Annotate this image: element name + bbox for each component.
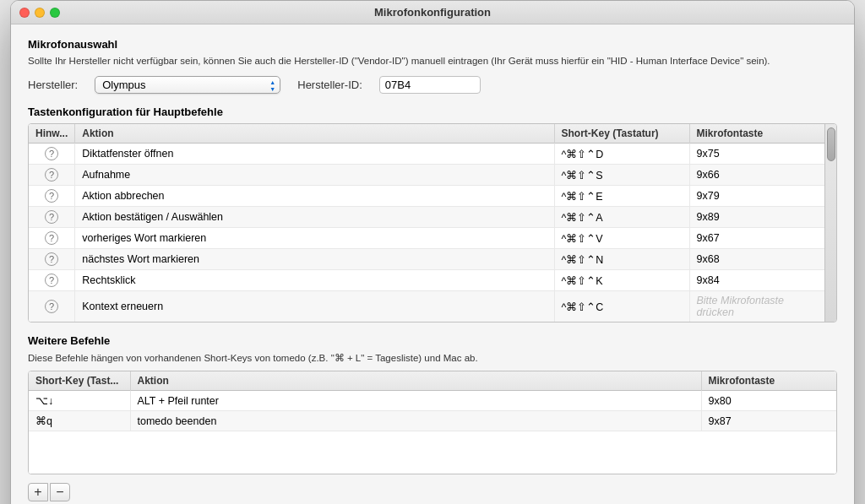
hersteller-select-wrapper: Olympus Philips Grundig [95, 76, 280, 94]
table-row: ? nächstes Wort markieren ^⌘⇧⌃N 9x68 [29, 249, 824, 270]
shortkey-cell: ^⌘⇧⌃N [554, 249, 689, 270]
aktion-cell: vorheriges Wort markieren [75, 228, 554, 249]
col-shortkey: Short-Key (Tastatur) [554, 124, 689, 144]
table-row: ? Aktion abbrechen ^⌘⇧⌃E 9x79 [29, 186, 824, 207]
hint-icon[interactable]: ? [45, 252, 58, 266]
table-row: ? vorheriges Wort markieren ^⌘⇧⌃V 9x67 [29, 228, 824, 249]
shortkey-cell: ^⌘⇧⌃S [554, 165, 689, 186]
shortkey-cell: ^⌘⇧⌃K [554, 270, 689, 291]
scrollbar-thumb[interactable] [827, 127, 835, 161]
table-row: ? Aufnahme ^⌘⇧⌃S 9x66 [29, 165, 824, 186]
table-row: ⌥↓ ALT + Pfeil runter 9x80 [29, 391, 836, 411]
shortkey-tast-cell: ⌥↓ [29, 391, 130, 411]
hersteller-label: Hersteller: [28, 79, 78, 91]
add-remove-buttons: + − [28, 483, 837, 501]
further-table: Short-Key (Tast... Aktion Mikrofontaste … [29, 371, 836, 474]
add-button[interactable]: + [28, 483, 48, 501]
microphone-description: Sollte Ihr Hersteller nicht verfügbar se… [28, 54, 837, 68]
aktion-cell: Rechtsklick [75, 270, 554, 291]
col-shortkey-tast: Short-Key (Tast... [29, 371, 130, 391]
shortkey-cell: ^⌘⇧⌃V [554, 228, 689, 249]
aktion-cell: Aktion abbrechen [75, 186, 554, 207]
shortkey-cell: ^⌘⇧⌃A [554, 207, 689, 228]
aktion-cell: nächstes Wort markieren [75, 249, 554, 270]
further-description: Diese Befehle hängen von vorhandenen Sho… [28, 352, 837, 364]
col-aktion: Aktion [75, 124, 554, 144]
table-row: ? Rechtsklick ^⌘⇧⌃K 9x84 [29, 270, 824, 291]
titlebar: Mikrofonkonfiguration [11, 1, 854, 24]
mikro-placeholder: Bitte Mikrofontaste drücken [697, 295, 785, 318]
mikro-cell: 9x84 [689, 270, 824, 291]
main-table-title: Tastenkonfiguration für Hauptbefehle [28, 106, 837, 118]
mikro-cell: 9x89 [689, 207, 824, 228]
main-window: Mikrofonkonfiguration Mikrofonauswahl So… [10, 0, 855, 504]
mikro-cell: Bitte Mikrofontaste drücken [689, 291, 824, 322]
shortkey-cell: ^⌘⇧⌃E [554, 186, 689, 207]
mikro-cell: 9x68 [689, 249, 824, 270]
col-hint: Hinw... [29, 124, 75, 144]
main-table: Hinw... Aktion Short-Key (Tastatur) Mikr… [29, 124, 824, 322]
shortkey-cell: ^⌘⇧⌃C [554, 291, 689, 322]
table-row: ⌘q tomedo beenden 9x87 [29, 411, 836, 431]
content-area: Mikrofonauswahl Sollte Ihr Hersteller ni… [11, 24, 854, 504]
scrollbar[interactable] [824, 124, 836, 322]
mikro-cell: 9x75 [689, 144, 824, 165]
mikro2-cell: 9x87 [701, 411, 836, 431]
further-section-title: Weitere Befehle [28, 334, 837, 347]
table-row: ? Diktatfenster öffnen ^⌘⇧⌃D 9x75 [29, 144, 824, 165]
shortkey-cell: ^⌘⇧⌃D [554, 144, 689, 165]
further-table-header: Short-Key (Tast... Aktion Mikrofontaste [29, 371, 836, 391]
shortkey-tast-cell: ⌘q [29, 411, 130, 431]
hint-icon[interactable]: ? [45, 300, 58, 313]
hersteller-id-label: Hersteller-ID: [297, 79, 362, 91]
hersteller-id-input[interactable] [379, 76, 481, 94]
table-row: ? Kontext erneuern ^⌘⇧⌃C Bitte Mikrofont… [29, 291, 824, 322]
aktion-cell: Diktatfenster öffnen [75, 144, 554, 165]
col-aktion2: Aktion [130, 371, 701, 391]
main-table-header: Hinw... Aktion Short-Key (Tastatur) Mikr… [29, 124, 824, 144]
aktion2-cell: ALT + Pfeil runter [130, 391, 701, 411]
aktion-cell: Aufnahme [75, 165, 554, 186]
further-table-container: Short-Key (Tast... Aktion Mikrofontaste … [28, 371, 837, 474]
aktion-cell: Aktion bestätigen / Auswählen [75, 207, 554, 228]
remove-button[interactable]: − [50, 483, 70, 501]
col-mikro2: Mikrofontaste [701, 371, 836, 391]
hersteller-row: Hersteller: Olympus Philips Grundig Hers… [28, 76, 837, 94]
mikro2-cell: 9x80 [701, 391, 836, 411]
mikro-cell: 9x79 [689, 186, 824, 207]
hint-icon[interactable]: ? [45, 147, 58, 160]
hint-icon[interactable]: ? [45, 231, 58, 245]
maximize-button[interactable] [50, 8, 60, 18]
hersteller-select[interactable]: Olympus Philips Grundig [95, 76, 280, 94]
microphone-section-title: Mikrofonauswahl [28, 38, 837, 51]
aktion2-cell: tomedo beenden [130, 411, 701, 431]
hint-icon[interactable]: ? [45, 168, 58, 182]
hint-icon[interactable]: ? [45, 210, 58, 224]
table-row-empty [29, 431, 836, 474]
close-button[interactable] [19, 8, 30, 18]
hint-icon[interactable]: ? [45, 274, 58, 287]
minimize-button[interactable] [35, 8, 45, 18]
col-mikro: Mikrofontaste [689, 124, 824, 144]
main-table-container: Hinw... Aktion Short-Key (Tastatur) Mikr… [28, 123, 837, 322]
mikro-cell: 9x66 [689, 165, 824, 186]
mikro-cell: 9x67 [689, 228, 824, 249]
hint-icon[interactable]: ? [45, 189, 58, 203]
table-row: ? Aktion bestätigen / Auswählen ^⌘⇧⌃A 9x… [29, 207, 824, 228]
window-title: Mikrofonkonfiguration [374, 6, 491, 19]
window-controls [19, 8, 60, 18]
aktion-cell: Kontext erneuern [75, 291, 554, 322]
